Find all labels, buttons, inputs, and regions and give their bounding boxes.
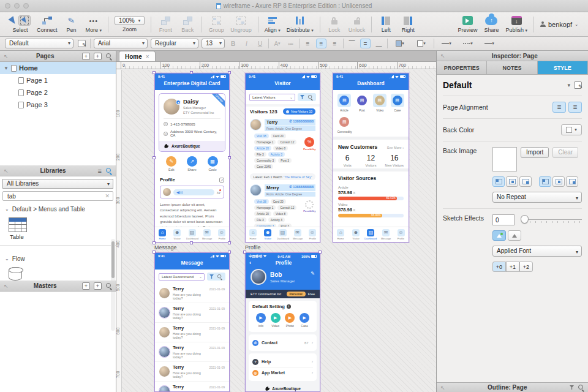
page-node[interactable]: Page 2 <box>0 86 116 99</box>
info-icon[interactable]: i <box>287 304 291 309</box>
camera-badge-icon[interactable]: ● <box>176 100 181 105</box>
nav-item[interactable]: Dashboard <box>184 227 199 242</box>
tab-home[interactable]: Home× <box>119 51 156 61</box>
collapse-panel-icon[interactable]: ↖ <box>440 53 445 59</box>
stat-tag[interactable]: Consult 12 <box>277 140 296 145</box>
widget-visitor-screen[interactable]: 9:41 Visitor Latest Visitors Visitors 12… <box>245 73 320 243</box>
library-section-header[interactable]: ⌄Flow <box>0 251 116 265</box>
font-size-select[interactable]: 13 <box>202 39 225 48</box>
business-card[interactable]: Change ● Daisy Sales Manager ETY Commerc… <box>159 93 225 152</box>
expand-icon[interactable]: ↗ <box>219 178 224 183</box>
stat-tag[interactable]: Video 8 <box>273 146 288 151</box>
message-row[interactable]: Terry How are you doing today? 2021-01-0… <box>155 382 229 392</box>
collapse-panel-icon[interactable]: ↖ <box>4 283 9 289</box>
widget-message-screen[interactable]: 9:41 Message Latest Recommend <box>154 252 230 392</box>
pen-tool-button[interactable]: ✎ Pen <box>64 15 80 33</box>
account-menu[interactable]: benkopf ⌄ <box>540 21 578 28</box>
stat-tag[interactable]: Case 2345 <box>254 164 273 169</box>
ungroup-button[interactable]: Ungroup <box>230 15 252 33</box>
connect-tool-button[interactable]: Connect <box>37 15 58 33</box>
font-color-button[interactable]: A▾ <box>272 39 282 48</box>
page-node[interactable]: Page 3 <box>0 99 116 111</box>
stat-tag[interactable]: Video 8 <box>273 211 288 216</box>
setting-shortcut[interactable]: ▶ Video <box>271 313 281 328</box>
group-button[interactable]: Group <box>208 15 224 33</box>
visitor-filter-select[interactable]: Latest Visitors <box>249 94 295 101</box>
select-tool-button[interactable]: Select <box>10 15 31 33</box>
message-row[interactable]: Terry How are you doing today? 2021-01-0… <box>155 342 229 362</box>
message-row[interactable]: Terry How are you doing today? 2021-01-0… <box>155 303 229 323</box>
border-color-button[interactable]: ▾ <box>412 39 431 48</box>
setting-shortcut[interactable]: ▶ Info <box>256 313 266 328</box>
unlock-button[interactable]: Unlock <box>349 15 366 33</box>
applied-font-select[interactable]: Applied Font <box>492 246 582 257</box>
distribute-button[interactable]: Distribute ▾ <box>287 15 314 33</box>
add-master-icon[interactable]: + <box>82 282 90 290</box>
stat-tag[interactable]: File 3 <box>254 217 266 222</box>
code-action[interactable]: ▦Code <box>208 156 218 172</box>
nav-item[interactable]: Profile <box>393 227 409 242</box>
nav-item[interactable]: Dashboard <box>363 227 379 242</box>
stat-tag[interactable]: Homepage 1 <box>254 205 276 210</box>
align-text-center-button[interactable]: ≡ <box>316 39 326 48</box>
nav-item[interactable]: Message <box>379 227 394 242</box>
valign-top-button[interactable]: ⎺ <box>347 39 357 48</box>
libraries-search-input[interactable] <box>6 192 105 200</box>
nav-item[interactable]: Profile <box>305 227 320 242</box>
nav-item[interactable]: Visitor <box>349 227 364 242</box>
font-adjust-2-button[interactable]: +2 <box>519 262 533 272</box>
gray-image-effect-button[interactable] <box>508 230 521 241</box>
arrow-style-button[interactable]: ▾ <box>480 39 499 48</box>
tab-style[interactable]: STYLE <box>538 61 588 74</box>
tab-properties[interactable]: PROPERTIES <box>437 61 487 74</box>
see-more-link[interactable]: See More › <box>387 146 404 149</box>
more-tools-button[interactable]: ••• More ▾ <box>86 15 102 33</box>
stat-tag[interactable]: Commodity 3 <box>254 158 276 163</box>
send-back-button[interactable]: Back <box>179 15 195 33</box>
libraries-search-box[interactable]: ✕ <box>2 191 113 201</box>
font-adjust-0-button[interactable]: +0 <box>492 262 506 272</box>
style-edit-icon[interactable] <box>77 39 87 48</box>
stat-tag[interactable]: Article 20 <box>254 146 271 151</box>
font-weight-select[interactable]: Regular <box>151 39 198 48</box>
filter-search-group[interactable] <box>207 273 225 281</box>
underline-button[interactable]: U <box>255 39 265 48</box>
image-align-tl-button[interactable] <box>492 176 505 187</box>
fill-color-button[interactable]: ▾ <box>391 39 409 48</box>
page-align-center-button[interactable]: ≣ <box>568 102 582 113</box>
expander-icon[interactable]: ▼ <box>4 66 9 71</box>
collapse-panel-icon[interactable]: ↖ <box>4 168 9 174</box>
add-folder-icon[interactable]: + <box>94 53 102 60</box>
setting-shortcut[interactable]: ▶ Case <box>300 313 309 328</box>
stat-tag[interactable]: File 3 <box>254 152 266 157</box>
audio-bubble[interactable]: ◀))) <box>173 189 214 195</box>
stat-tag[interactable]: Activity 3 <box>268 152 285 157</box>
stat-tag[interactable]: Card 20 <box>271 199 286 204</box>
close-tab-icon[interactable]: × <box>146 53 149 60</box>
widget-label-profile[interactable]: Profile <box>245 244 261 251</box>
stat-tag[interactable]: Consult 12 <box>277 205 296 210</box>
message-row[interactable]: Terry How are you doing today? 2021-01-0… <box>155 362 229 382</box>
publish-button[interactable]: ↓ Publish ▾ <box>505 15 527 33</box>
nav-item[interactable]: Home <box>333 227 349 242</box>
database-widget-icon[interactable] <box>9 267 22 281</box>
widget-enterprise-digital-card[interactable]: 9:41 Enterprise Digital Card Change ● Da… <box>154 73 230 243</box>
message-filter-select[interactable]: Latest Recommend <box>159 273 205 281</box>
app-market-row[interactable]: ◎ App Market› <box>252 368 313 378</box>
nav-item[interactable]: Visitor <box>260 227 275 242</box>
library-section-header[interactable]: ⌄Default > Menus and Table <box>0 201 116 215</box>
stat-tag[interactable]: Post 3 <box>278 158 292 163</box>
bold-button[interactable]: B <box>228 39 238 48</box>
new-visitors-pill[interactable]: New Visitors 10 <box>283 108 315 115</box>
module-shortcut[interactable]: ▤ Video <box>371 94 389 112</box>
select-marquee-icon[interactable] <box>18 15 31 26</box>
line-spacing-button[interactable]: ≔ <box>285 39 296 48</box>
line-style-button[interactable]: ▾ <box>459 39 477 48</box>
widget-dashboard-screen[interactable]: 9:41 Dashboard ▤ Article ▤ <box>333 73 409 243</box>
import-image-button[interactable]: Import <box>521 147 549 158</box>
voice-message[interactable]: ◀))) 34″ <box>160 186 224 198</box>
align-button[interactable]: Align ▾ <box>265 15 281 33</box>
style-dropdown-icon[interactable]: ▾ <box>567 82 570 88</box>
clear-search-icon[interactable]: ✕ <box>105 193 110 199</box>
widget-label-message[interactable]: Message <box>154 244 177 251</box>
